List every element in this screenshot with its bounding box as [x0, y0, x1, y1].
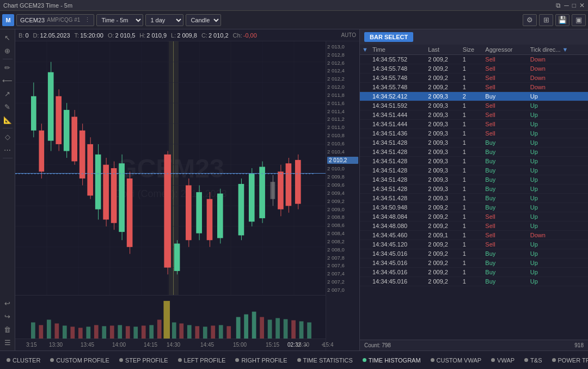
time-histogram-label: TIME HISTOGRAM [369, 357, 421, 364]
draw-tool[interactable]: ✏ [2, 61, 14, 73]
table-row[interactable]: 14:34:51.428 2 009,3 1 Buy Up [360, 184, 588, 194]
step-profile-btn[interactable]: STEP PROFILE [115, 354, 173, 366]
redo-tool[interactable]: ↪ [2, 310, 14, 322]
svg-rect-69 [286, 163, 292, 206]
minimize-icon[interactable]: ─ [564, 2, 569, 9]
settings-icon-btn[interactable]: ⚙ [523, 14, 537, 26]
shape-tool[interactable]: ◇ [2, 131, 14, 143]
c-value: 2 010,2 [209, 32, 229, 39]
row-size: 1 [461, 83, 483, 92]
table-row[interactable]: 14:34:45.016 2 009,2 1 Buy Up [360, 249, 588, 259]
table-row[interactable]: 14:34:52.412 2 009,3 2 Buy Up [360, 92, 588, 101]
restore-icon[interactable]: ⧉ [556, 2, 561, 9]
col-aggressor[interactable]: Aggressor [483, 45, 528, 55]
custom-profile-btn[interactable]: CUSTOM PROFILE [46, 354, 114, 366]
symbol-menu-icon[interactable]: ⋮ [84, 16, 90, 23]
table-row[interactable]: 14:34:51.428 2 009,3 1 Buy Up [360, 175, 588, 184]
time-statistics-btn[interactable]: TIME STATISTICS [293, 354, 357, 366]
undo-tool[interactable]: ↩ [2, 297, 14, 309]
vwap-btn[interactable]: VWAP [487, 354, 519, 366]
row-index [360, 249, 370, 259]
table-row[interactable]: 14:34:51.436 2 009,3 1 Sell Up [360, 129, 588, 138]
row-aggressor: Sell [483, 110, 528, 120]
more-tool[interactable]: ⋯ [2, 144, 14, 156]
table-row[interactable]: 14:34:55.752 2 009,2 1 Sell Down [360, 55, 588, 64]
price-level: 2 007,6 [327, 262, 358, 268]
row-tick: Up [528, 157, 588, 166]
delete-tool[interactable]: 🗑 [2, 323, 14, 335]
row-last: 2 009,2 [426, 203, 460, 212]
row-last: 2 009,3 [426, 138, 460, 147]
close-icon[interactable]: ✕ [579, 2, 585, 9]
cluster-btn[interactable]: CLUSTER [2, 354, 45, 366]
power-trades-btn[interactable]: POWER TRADES [548, 354, 588, 366]
table-row[interactable]: 14:34:51.428 2 009,3 1 Buy Up [360, 194, 588, 203]
table-row[interactable]: 14:34:45.016 2 009,2 1 Buy Up [360, 259, 588, 268]
arrow-tool[interactable]: ⟵ [2, 75, 14, 87]
layers-tool[interactable]: ☰ [2, 336, 14, 348]
chart-canvas[interactable]: GCEM23 Gold (Comex): 2010,2023 [15, 41, 326, 295]
crosshair-tool[interactable]: ⊕ [2, 45, 14, 57]
row-size: 1 [461, 240, 483, 249]
row-aggressor: Sell [483, 73, 528, 83]
table-row[interactable]: 14:34:48.084 2 009,2 1 Sell Up [360, 212, 588, 222]
save-icon-btn[interactable]: 💾 [555, 14, 569, 26]
row-index [360, 138, 370, 147]
d-label: D: [33, 32, 39, 39]
cursor-tool[interactable]: ↖ [2, 32, 14, 44]
row-tick: Up [528, 120, 588, 129]
row-time: 14:34:51.444 [370, 110, 426, 120]
row-aggressor: Buy [483, 138, 528, 147]
table-row[interactable]: 14:34:51.444 2 009,3 1 Sell Up [360, 120, 588, 129]
table-row[interactable]: 14:34:51.592 2 009,3 1 Sell Up [360, 101, 588, 110]
table-row[interactable]: 14:34:55.748 2 009,2 1 Sell Down [360, 83, 588, 92]
table-row[interactable]: 14:34:51.428 2 009,3 1 Buy Up [360, 157, 588, 166]
custom-vwap-btn[interactable]: CUSTOM VWAP [426, 354, 486, 366]
maximize-icon[interactable]: □ [572, 2, 576, 9]
panel-icon-btn[interactable]: ▣ [572, 14, 586, 26]
l-value: 2 009,8 [177, 32, 197, 39]
time-label: 14:45 [200, 342, 214, 348]
timeframe-select[interactable]: Time - 5m Time - 1m Time - 15m Time - 1h [96, 14, 143, 26]
table-row[interactable]: 14:34:45.016 2 009,2 1 Buy Up [360, 277, 588, 286]
time-histogram-btn[interactable]: TIME HISTOGRAM [358, 354, 425, 366]
col-size[interactable]: Size [461, 45, 483, 55]
table-row[interactable]: 14:34:55.748 2 009,2 1 Sell Down [360, 64, 588, 73]
right-profile-btn[interactable]: RIGHT PROFILE [231, 354, 291, 366]
app-logo[interactable]: M [2, 14, 14, 26]
table-row[interactable]: 14:34:50.948 2 009,2 1 Buy Up [360, 203, 588, 212]
svg-rect-39 [103, 165, 109, 220]
period-select[interactable]: 1 day 1 week 1 month [145, 14, 183, 26]
table-row[interactable]: 14:34:45.120 2 009,2 1 Sell Up [360, 240, 588, 249]
line-tool[interactable]: ↗ [2, 88, 14, 100]
row-aggressor: Buy [483, 268, 528, 277]
table-row[interactable]: 14:34:51.428 2 009,3 1 Buy Up [360, 166, 588, 175]
row-aggressor: Buy [483, 259, 528, 268]
symbol-selector[interactable]: GCEM23 AMP/CQG #1 ⋮ [16, 14, 94, 26]
add-bar-btn[interactable]: + [321, 342, 324, 348]
table-row[interactable]: 14:34:51.428 2 009,3 1 Buy Up [360, 138, 588, 147]
time-label: 13:45 [81, 342, 94, 348]
row-tick: Up [528, 277, 588, 286]
trade-table[interactable]: ▼ Time Last Size Aggressor Tick direc...… [360, 45, 588, 340]
table-row[interactable]: 14:34:55.748 2 009,2 1 Sell Down [360, 73, 588, 83]
measure-tool[interactable]: 📐 [2, 114, 14, 126]
bar-select-btn[interactable]: BAR SELECT [364, 32, 413, 42]
pen-tool[interactable]: ✎ [2, 101, 14, 113]
chart-type-select[interactable]: Candle Bar Line [186, 14, 221, 26]
row-size: 1 [461, 268, 483, 277]
grid-icon-btn[interactable]: ⊞ [539, 14, 553, 26]
time-axis: 3:15 13:30 13:45 14:00 14:15 14:30 14:45… [15, 339, 326, 350]
table-row[interactable]: 14:34:45.460 2 009,1 1 Sell Down [360, 231, 588, 240]
table-row[interactable]: 14:34:51.428 2 009,3 1 Buy Up [360, 147, 588, 157]
col-last[interactable]: Last [426, 45, 460, 55]
chart-area[interactable]: B: 0 D: 12.05.2023 T: 15:20:00 O: 2 010,… [15, 29, 359, 350]
col-tick[interactable]: Tick direc... ▼ [528, 45, 588, 55]
table-row[interactable]: 14:34:51.444 2 009,3 1 Sell Up [360, 110, 588, 120]
ts-btn[interactable]: T&S [520, 354, 546, 366]
col-time[interactable]: Time [370, 45, 426, 55]
col-filter[interactable]: ▼ [360, 45, 370, 55]
table-row[interactable]: 14:34:45.016 2 009,2 1 Buy Up [360, 268, 588, 277]
left-profile-btn[interactable]: LEFT PROFILE [174, 354, 230, 366]
table-row[interactable]: 14:34:48.080 2 009,2 1 Sell Up [360, 222, 588, 231]
